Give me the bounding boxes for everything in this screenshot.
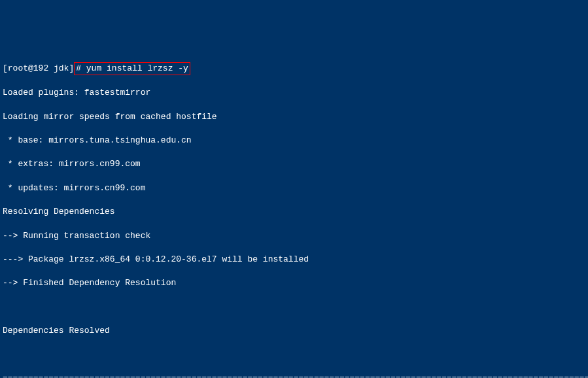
output-line: * extras: mirrors.cn99.com <box>3 158 588 170</box>
output-line: --> Finished Dependency Resolution <box>3 277 588 289</box>
blank-line <box>3 301 588 313</box>
output-line: * updates: mirrors.cn99.com <box>3 182 588 194</box>
divider-line: ========================================… <box>3 373 588 378</box>
terminal-output: [root@192 jdk]# yum install lrzsz -y Loa… <box>3 50 588 378</box>
output-line: Loading mirror speeds from cached hostfi… <box>3 111 588 123</box>
shell-prompt: [root@192 jdk] <box>3 63 74 73</box>
output-line: --> Running transaction check <box>3 230 588 242</box>
output-line: * base: mirrors.tuna.tsinghua.edu.cn <box>3 135 588 146</box>
output-line: Loaded plugins: fastestmirror <box>3 87 588 99</box>
command-highlight: # yum install lrzsz -y <box>74 62 190 75</box>
output-line: Dependencies Resolved <box>3 325 588 337</box>
output-line: Resolving Dependencies <box>3 206 588 218</box>
blank-line <box>3 349 588 360</box>
prompt-line: [root@192 jdk]# yum install lrzsz -y <box>3 62 588 75</box>
output-line: ---> Package lrzsz.x86_64 0:0.12.20-36.e… <box>3 254 588 266</box>
